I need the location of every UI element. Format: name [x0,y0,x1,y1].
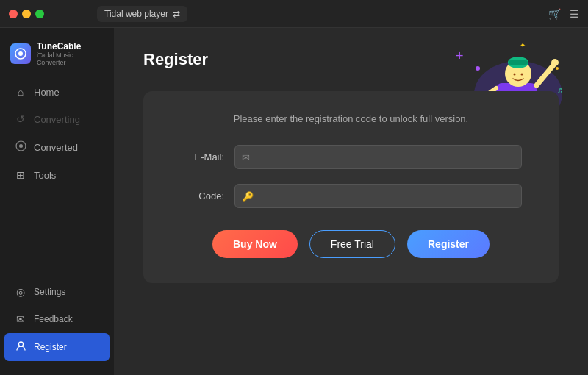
cart-icon[interactable]: 🛒 [548,8,561,20]
svg-point-4 [18,342,23,346]
minimize-button[interactable] [22,10,31,18]
home-icon: ⌂ [15,86,26,98]
key-icon: 🔑 [242,190,254,201]
code-input-wrap: 🔑 [234,184,522,208]
sidebar-logo: TuneCable iTadal Music Converter [0,35,114,78]
svg-point-3 [19,144,23,148]
code-input[interactable] [234,184,522,208]
svg-point-1 [18,51,23,56]
page-title: Register [143,50,559,69]
svg-point-13 [514,74,516,76]
sidebar-item-converted[interactable]: Converted [4,133,110,161]
app-logo-icon [10,43,31,64]
card-actions: Buy Now Free Trial Register [180,230,522,261]
sidebar: TuneCable iTadal Music Converter ⌂ Home … [0,28,114,375]
email-input-wrap: ✉ [234,145,522,169]
code-label: Code: [180,190,224,201]
email-icon: ✉ [242,151,250,162]
sidebar-label-converted: Converted [34,142,78,153]
converted-icon [15,140,26,154]
sidebar-nav: ⌂ Home ↺ Converting Converted ⊞ [0,78,114,278]
sidebar-label-register: Register [34,342,67,352]
email-row: E-Mail: ✉ [180,145,522,169]
sidebar-label-settings: Settings [34,287,65,297]
content-area: Register + ✦ ♪ [114,28,588,375]
convert-icon: ⇄ [173,9,180,19]
svg-point-14 [521,74,523,76]
register-card: Please enter the registration code to un… [143,91,559,283]
traffic-lights [9,10,44,18]
sidebar-item-tools[interactable]: ⊞ Tools [4,162,110,188]
sidebar-item-converting: ↺ Converting [4,106,110,132]
logo-text: TuneCable iTadal Music Converter [37,41,104,66]
buy-now-button[interactable]: Buy Now [212,230,298,258]
tidal-player-label: Tidal web player [104,9,168,19]
register-page: Register + ✦ ♪ [114,28,588,305]
email-label: E-Mail: [180,151,224,162]
sidebar-item-settings[interactable]: ◎ Settings [4,279,110,305]
menu-icon[interactable]: ☰ [570,8,579,20]
app-title: TuneCable [37,41,104,51]
free-trial-button[interactable]: Free Trial [309,230,395,258]
settings-icon: ◎ [15,286,26,298]
titlebar: Tidal web player ⇄ 🛒 ☰ [0,0,588,28]
register-button[interactable]: Register [407,230,490,258]
email-input[interactable] [234,145,522,169]
close-button[interactable] [9,10,18,18]
feedback-icon: ✉ [15,313,26,325]
maximize-button[interactable] [35,10,44,18]
sidebar-item-feedback[interactable]: ✉ Feedback [4,306,110,332]
sidebar-label-converting: Converting [34,114,80,125]
app-subtitle: iTadal Music Converter [37,51,104,66]
tools-icon: ⊞ [15,169,26,181]
sidebar-item-register[interactable]: Register [4,333,110,361]
titlebar-right: 🛒 ☰ [548,8,579,20]
converting-icon: ↺ [15,113,26,125]
code-row: Code: 🔑 [180,184,522,208]
sidebar-label-home: Home [34,87,60,98]
sidebar-bottom: ◎ Settings ✉ Feedback Register [0,278,114,368]
sidebar-item-home[interactable]: ⌂ Home [4,79,110,105]
register-icon [15,340,26,354]
main-layout: TuneCable iTadal Music Converter ⌂ Home … [0,28,588,375]
card-subtitle: Please enter the registration code to un… [180,113,522,124]
sidebar-label-feedback: Feedback [34,314,73,324]
sidebar-label-tools: Tools [34,170,56,181]
svg-text:♬: ♬ [557,85,563,94]
tidal-player-tab[interactable]: Tidal web player ⇄ [97,6,187,22]
